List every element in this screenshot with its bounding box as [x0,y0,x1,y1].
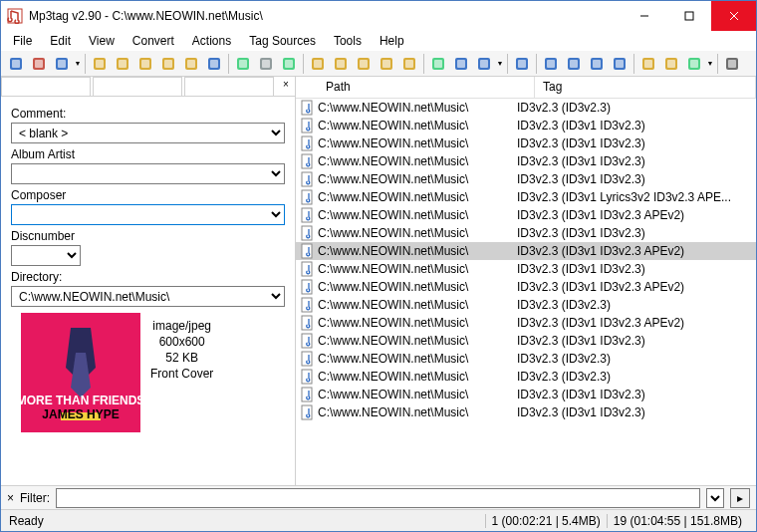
cover-type: Front Cover [150,367,213,381]
delete-icon[interactable] [28,53,50,75]
table-row[interactable]: C:\www.NEOWIN.net\Music\ID3v2.3 (ID3v1 I… [296,170,756,188]
table-row[interactable]: C:\www.NEOWIN.net\Music\ID3v2.3 (ID3v2.3… [296,296,756,314]
table-row[interactable]: C:\www.NEOWIN.net\Music\ID3v2.3 (ID3v1 I… [296,403,756,421]
menu-edit[interactable]: Edit [42,32,79,50]
refresh-icon[interactable] [203,53,225,75]
maximize-button[interactable] [666,1,711,31]
close-button[interactable] [711,1,756,31]
folder-sub-icon[interactable] [134,53,156,75]
svg-rect-60 [690,60,698,68]
column-tag[interactable]: Tag [535,77,756,98]
composer-label: Composer [11,188,285,202]
svg-rect-8 [35,60,43,68]
undo-icon-dropdown[interactable]: ▼ [74,53,82,75]
text-to-tag-icon[interactable] [376,53,397,75]
menu-actions[interactable]: Actions [184,32,239,50]
g3-icon[interactable] [683,53,705,75]
menu-file[interactable]: File [5,32,40,50]
table-row[interactable]: C:\www.NEOWIN.net\Music\ID3v2.3 (ID3v1 I… [296,278,756,296]
tag-to-tag-icon[interactable] [353,53,375,75]
table-row[interactable]: C:\www.NEOWIN.net\Music\ID3v2.3 (ID3v1 I… [296,242,756,260]
panel-close-icon[interactable]: × [279,79,293,93]
edit-icon[interactable] [511,53,533,75]
case-icon-dropdown[interactable]: ▼ [496,53,504,75]
svg-rect-14 [119,60,126,68]
undo-icon[interactable] [51,53,73,75]
table-row[interactable]: C:\www.NEOWIN.net\Music\ID3v2.3 (ID3v2.3… [296,99,756,117]
tag-to-text-icon[interactable] [398,53,420,75]
cover-dims: 600x600 [159,335,205,349]
filter-input[interactable] [56,488,700,508]
panel-tab[interactable] [1,77,91,96]
select-all-icon[interactable] [255,53,277,75]
albumartist-field[interactable] [11,163,285,184]
table-row[interactable]: C:\www.NEOWIN.net\Music\ID3v2.3 (ID3v1 I… [296,152,756,170]
svg-rect-12 [96,60,104,68]
app-icon [7,8,23,24]
g3-icon-dropdown[interactable]: ▼ [706,53,714,75]
menu-help[interactable]: Help [372,32,412,50]
table-row[interactable]: C:\www.NEOWIN.net\Music\ID3v2.3 (ID3v1 I… [296,206,756,224]
table-row[interactable]: C:\www.NEOWIN.net\Music\ID3v2.3 (ID3v1 I… [296,260,756,278]
filter-history[interactable] [706,488,724,508]
minimize-button[interactable] [622,1,666,31]
autonum-icon[interactable] [450,53,472,75]
menu-convert[interactable]: Convert [125,32,182,50]
panel-tab[interactable] [184,77,274,96]
folder-fav-icon[interactable] [157,53,179,75]
menu-tools[interactable]: Tools [326,32,370,50]
table-row[interactable]: C:\www.NEOWIN.net\Music\ID3v2.3 (ID3v1 I… [296,134,756,152]
d3-icon[interactable] [586,53,608,75]
menu-tag-sources[interactable]: Tag Sources [241,32,324,50]
music-file-icon [300,118,316,133]
menu-view[interactable]: View [81,32,123,50]
cell-tag: ID3v2.3 (ID3v1 ID3v2.3 APEv2) [513,280,756,294]
settings-icon[interactable] [721,53,743,75]
table-row[interactable]: C:\www.NEOWIN.net\Music\ID3v2.3 (ID3v1 I… [296,117,756,134]
column-path[interactable]: Path [318,77,535,98]
tag-to-file-icon[interactable] [307,53,329,75]
d2-icon[interactable] [563,53,585,75]
export-icon[interactable] [278,53,300,75]
status-total: 19 (01:04:55 | 151.8MB) [607,514,748,528]
folder-open-icon[interactable] [89,53,111,75]
cell-tag: ID3v2.3 (ID3v1 ID3v2.3 APEv2) [513,316,756,330]
d1-icon[interactable] [540,53,562,75]
cell-tag: ID3v2.3 (ID3v1 ID3v2.3) [513,388,756,401]
composer-field[interactable] [11,204,285,225]
svg-rect-36 [382,60,390,68]
table-row[interactable]: C:\www.NEOWIN.net\Music\ID3v2.3 (ID3v2.3… [296,350,756,368]
panel-tab[interactable] [93,77,182,96]
g1-icon[interactable] [637,53,659,75]
svg-rect-56 [644,60,652,68]
cell-tag: ID3v2.3 (ID3v1 ID3v2.3) [513,154,756,168]
toolbar: ▼▼▼ [1,51,756,77]
album-cover[interactable]: MORE THAN FRIENDS JAMES HYPE [21,313,140,432]
music-file-icon [300,135,316,151]
discnumber-field[interactable] [11,245,81,266]
file-list: Path Tag C:\www.NEOWIN.net\Music\ID3v2.3… [296,77,756,485]
table-row[interactable]: C:\www.NEOWIN.net\Music\ID3v2.3 (ID3v1 I… [296,314,756,332]
table-row[interactable]: C:\www.NEOWIN.net\Music\ID3v2.3 (ID3v1 I… [296,332,756,350]
toolbar-separator [228,54,229,74]
filter-close-icon[interactable]: × [7,491,14,505]
case-icon[interactable] [473,53,495,75]
table-row[interactable]: C:\www.NEOWIN.net\Music\ID3v2.3 (ID3v1 I… [296,386,756,403]
table-row[interactable]: C:\www.NEOWIN.net\Music\ID3v2.3 (ID3v1 I… [296,224,756,242]
d4-icon[interactable] [609,53,631,75]
star-icon[interactable] [180,53,202,75]
playlist-icon[interactable] [232,53,254,75]
actions-icon[interactable] [427,53,449,75]
directory-field[interactable]: C:\www.NEOWIN.net\Music\ [11,286,285,307]
svg-rect-10 [58,60,66,68]
filter-go-button[interactable]: ▸ [730,488,750,508]
table-row[interactable]: C:\www.NEOWIN.net\Music\ID3v2.3 (ID3v1 L… [296,188,756,206]
folder-add-icon[interactable] [112,53,133,75]
window-title: Mp3tag v2.90 - C:\www.NEOWIN.net\Music\ [29,9,622,23]
file-to-tag-icon[interactable] [330,53,352,75]
save-icon[interactable] [5,53,27,75]
table-row[interactable]: C:\www.NEOWIN.net\Music\ID3v2.3 (ID3v2.3… [296,368,756,386]
g2-icon[interactable] [660,53,682,75]
comment-field[interactable]: < blank > [11,123,285,143]
svg-rect-40 [434,60,442,68]
